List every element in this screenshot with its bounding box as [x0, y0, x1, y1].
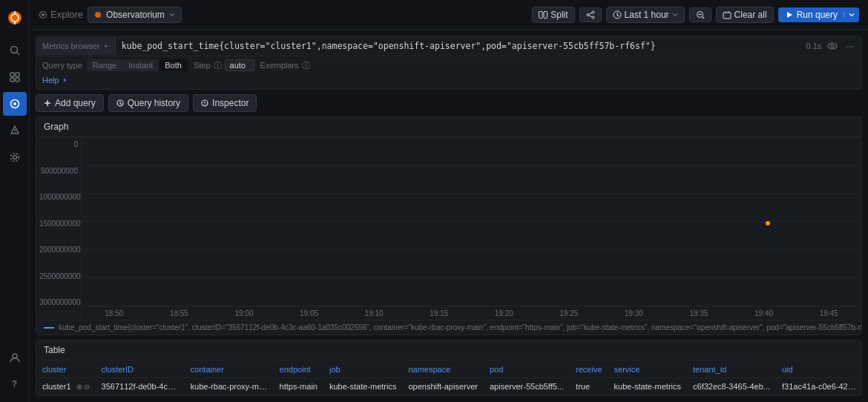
tab-both[interactable]: Both — [159, 59, 188, 71]
x-label-8: 19:30 — [625, 309, 643, 317]
x-label-2: 19:00 — [234, 309, 253, 317]
col-namespace[interactable]: namespace — [402, 361, 484, 378]
filter-exclude-icon[interactable]: ⊖ — [84, 383, 90, 391]
tab-range[interactable]: Range — [87, 59, 122, 71]
query-more-button[interactable]: ··· — [844, 39, 855, 53]
graph-title: Graph — [36, 117, 861, 137]
cell-clusterid: 3567112f-de0b-4c3... — [96, 378, 185, 395]
sidebar-item-dashboards[interactable] — [3, 65, 27, 89]
topbar-left: Explore Observatorium — [39, 7, 526, 23]
cell-cluster: cluster1 ⊕ ⊖ — [36, 378, 96, 395]
x-label-0: 18:50 — [105, 309, 123, 317]
zoom-out-button[interactable] — [689, 7, 711, 22]
col-job[interactable]: job — [323, 361, 402, 378]
y-label-6: 0 — [39, 140, 78, 148]
svg-rect-33 — [723, 13, 731, 19]
sidebar-item-alerting[interactable] — [3, 119, 27, 142]
cell-uid: f31ac41a-c0e6-421... — [776, 378, 861, 395]
svg-point-13 — [14, 132, 15, 133]
split-button[interactable]: Split — [532, 7, 574, 23]
cell-tenant-id: c6f32ec8-3465-4eb... — [687, 378, 776, 395]
cell-container: kube-rbac-proxy-ma... — [185, 378, 274, 395]
step-info-icon[interactable]: ⓘ — [214, 60, 222, 71]
metrics-browser-button[interactable]: Metrics browser — [36, 37, 116, 55]
col-uid[interactable]: uid — [776, 361, 861, 378]
col-container[interactable]: container — [185, 361, 274, 378]
col-endpoint[interactable]: endpoint — [274, 361, 323, 378]
svg-line-26 — [588, 15, 591, 16]
query-history-button[interactable]: Query history — [108, 94, 188, 112]
col-clusterid[interactable]: clusterID — [96, 361, 185, 378]
tab-instant[interactable]: Instant — [122, 59, 159, 71]
svg-point-22 — [592, 11, 594, 13]
sidebar-item-help[interactable]: ? — [3, 372, 27, 396]
svg-point-15 — [10, 154, 19, 162]
action-bar: Add query Query history Inspector — [36, 94, 862, 112]
sidebar: ? — [0, 0, 30, 402]
chart-body[interactable]: 18:50 18:55 19:00 19:05 19:10 19:15 19:2… — [81, 137, 861, 320]
legend-bar: kube_pod_start_time{cluster="cluster1", … — [36, 320, 861, 335]
step-input[interactable] — [225, 59, 254, 71]
col-service[interactable]: service — [608, 361, 687, 378]
sidebar-item-user[interactable] — [3, 346, 27, 369]
filter-include-icon[interactable]: ⊕ — [76, 383, 82, 391]
sidebar-item-explore[interactable] — [3, 92, 27, 116]
data-point-1 — [766, 221, 770, 225]
help-link[interactable]: Help — [36, 74, 861, 89]
time-range-picker[interactable]: Last 1 hour — [606, 7, 685, 23]
query-row: Metrics browser kube_pod_start_time{clus… — [36, 36, 862, 90]
col-pod[interactable]: pod — [484, 361, 570, 378]
x-label-1: 18:55 — [170, 309, 188, 317]
x-label-4: 19:10 — [365, 309, 384, 317]
run-query-button[interactable]: Run query — [778, 7, 859, 22]
svg-line-25 — [588, 13, 591, 14]
table-panel: Table cluster clusterID container endpoi… — [36, 340, 862, 396]
sidebar-item-config[interactable] — [3, 145, 27, 169]
inspector-button[interactable]: Inspector — [193, 94, 257, 112]
svg-point-16 — [13, 354, 17, 358]
datasource-selector[interactable]: Observatorium — [88, 7, 182, 23]
cell-job: kube-state-metrics — [323, 378, 402, 395]
col-tenant-id[interactable]: tenant_id — [687, 361, 776, 378]
col-receive[interactable]: receive — [570, 361, 608, 378]
share-button[interactable] — [579, 7, 602, 22]
col-cluster[interactable]: cluster — [36, 361, 96, 378]
query-expression[interactable]: kube_pod_start_time{cluster="cluster1",n… — [116, 36, 800, 56]
sidebar-bottom: ? — [3, 346, 27, 402]
y-label-5: 500000000 — [39, 167, 78, 175]
query-type-tabs: Range Instant Both — [87, 59, 188, 71]
svg-point-11 — [13, 102, 16, 105]
svg-line-32 — [703, 17, 704, 19]
grid-line-3 — [82, 194, 861, 194]
sidebar-item-search[interactable] — [3, 39, 27, 62]
y-label-1: 2500000000 — [39, 272, 78, 280]
clear-all-button[interactable]: Clear all — [716, 7, 774, 23]
y-label-3: 1500000000 — [39, 220, 78, 228]
grid-lines — [82, 137, 861, 306]
cell-cluster-filters: ⊕ ⊖ — [76, 383, 90, 391]
cell-namespace: openshift-apiserver — [402, 378, 484, 395]
x-label-5: 19:15 — [430, 309, 448, 317]
x-label-7: 19:25 — [559, 309, 578, 317]
graph-panel: Graph 3000000000 2500000000 2000000000 1… — [36, 116, 862, 335]
table-title: Table — [36, 340, 861, 360]
query-header: Metrics browser kube_pod_start_time{clus… — [36, 36, 861, 56]
add-query-button[interactable]: Add query — [36, 94, 104, 112]
x-label-6: 19:20 — [495, 309, 513, 317]
svg-rect-21 — [544, 11, 548, 18]
query-time-badge: 0.1s — [806, 42, 822, 50]
query-visibility-toggle[interactable] — [826, 39, 839, 53]
graph-area: 3000000000 2500000000 2000000000 1500000… — [36, 137, 861, 320]
grid-line-6 — [82, 277, 861, 278]
y-label-0: 3000000000 — [39, 298, 78, 306]
grid-line-4 — [82, 221, 861, 222]
exemplars-info-icon[interactable]: ⓘ — [302, 60, 310, 71]
svg-point-23 — [592, 16, 594, 19]
grid-line-2 — [82, 165, 861, 166]
y-label-2: 2000000000 — [39, 246, 78, 254]
svg-point-19 — [95, 12, 101, 18]
run-query-arrow[interactable] — [844, 12, 859, 18]
x-label-10: 19:40 — [754, 309, 773, 317]
svg-point-44 — [204, 104, 205, 105]
svg-rect-8 — [10, 78, 14, 82]
